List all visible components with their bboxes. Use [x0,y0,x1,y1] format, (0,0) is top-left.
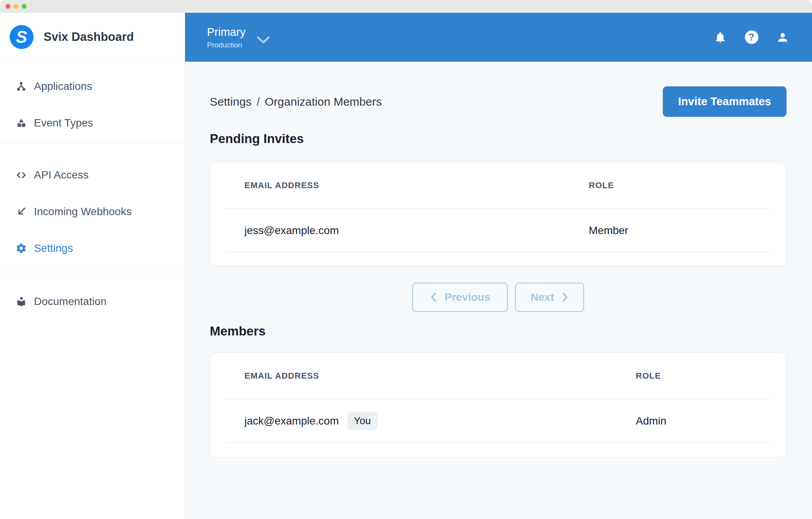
role-column-header: ROLE [589,180,614,190]
api-access-icon [15,169,27,181]
workspace-name: Primary [207,25,246,39]
incoming-webhooks-icon [15,206,27,217]
breadcrumb-separator: / [251,95,264,108]
sidebar: S Svix Dashboard Appl [0,13,185,519]
applications-icon [15,81,27,92]
sidebar-item-incoming-webhooks[interactable]: Incoming Webhooks [0,193,185,230]
main-area: Primary Production [185,13,812,519]
window-titlebar [0,0,812,13]
workspace-environment: Production [207,40,246,49]
zoom-window-button[interactable] [22,4,27,9]
chevron-right-icon [562,292,569,303]
svix-logo-icon: S [10,25,34,49]
sidebar-divider [0,272,185,272]
help-icon[interactable]: ? [745,30,758,44]
brand-title: Svix Dashboard [44,30,134,44]
chevron-down-icon [256,36,270,46]
sidebar-item-documentation[interactable]: Documentation [0,283,185,320]
members-title: Members [210,323,787,339]
notifications-bell-icon[interactable] [713,30,727,44]
invite-email-cell: jess@example.com [244,224,589,237]
user-account-icon[interactable] [776,30,790,44]
chevron-left-icon [430,292,437,303]
pagination: Previous Next [210,283,787,312]
email-address-column-header: EMAIL ADDRESS [244,180,589,190]
help-question-glyph: ? [745,30,758,44]
next-page-button[interactable]: Next [515,283,584,312]
previous-label: Previous [445,291,490,303]
app-frame: S Svix Dashboard Appl [0,13,812,519]
pending-invites-title: Pending Invites [210,131,787,147]
table-header-row: EMAIL ADDRESS ROLE [226,353,771,399]
page-content: Settings / Organization Members Invite T… [185,62,812,457]
event-types-icon [15,117,27,129]
table-row: jess@example.com Member [226,209,771,253]
sidebar-item-api-access[interactable]: API Access [0,157,185,193]
role-column-header: ROLE [636,371,661,381]
sidebar-item-applications[interactable]: Applications [0,68,185,104]
breadcrumb: Settings / Organization Members [210,95,382,108]
documentation-book-icon [15,296,27,307]
members-card: EMAIL ADDRESS ROLE jack@example.com You … [210,352,787,457]
top-navbar: Primary Production [185,13,812,62]
invite-teammates-button[interactable]: Invite Teammates [663,86,787,117]
sidebar-item-settings[interactable]: Settings [0,230,185,266]
sidebar-nav: Applications Event Types [0,62,185,320]
sidebar-item-label: Event Types [34,117,93,129]
member-role-cell: Admin [636,415,666,427]
sidebar-item-label: API Access [34,169,89,181]
breadcrumb-organization-members: Organization Members [265,95,382,108]
browser-window: S Svix Dashboard Appl [0,0,812,519]
close-window-button[interactable] [5,4,10,9]
previous-page-button[interactable]: Previous [412,283,508,312]
sidebar-item-label: Incoming Webhooks [34,206,131,218]
next-label: Next [531,291,554,303]
breadcrumb-settings[interactable]: Settings [210,95,251,108]
page-header: Settings / Organization Members Invite T… [210,86,787,117]
sidebar-item-event-types[interactable]: Event Types [0,104,185,141]
brand-header: S Svix Dashboard [0,13,185,62]
you-badge: You [347,412,377,430]
sidebar-item-label: Applications [34,80,92,93]
table-row: jack@example.com You Admin [226,399,771,443]
settings-gear-icon [15,243,27,254]
sidebar-item-label: Documentation [34,295,106,308]
sidebar-divider [0,143,185,144]
sidebar-item-label: Settings [34,242,73,254]
minimize-window-button[interactable] [13,4,19,9]
member-email-cell: jack@example.com [244,415,339,427]
invite-role-cell: Member [589,224,628,237]
workspace-switcher[interactable]: Primary Production [207,25,270,49]
pending-invites-card: EMAIL ADDRESS ROLE jess@example.com Memb… [210,162,787,266]
table-header-row: EMAIL ADDRESS ROLE [226,162,771,209]
email-address-column-header: EMAIL ADDRESS [244,371,636,381]
